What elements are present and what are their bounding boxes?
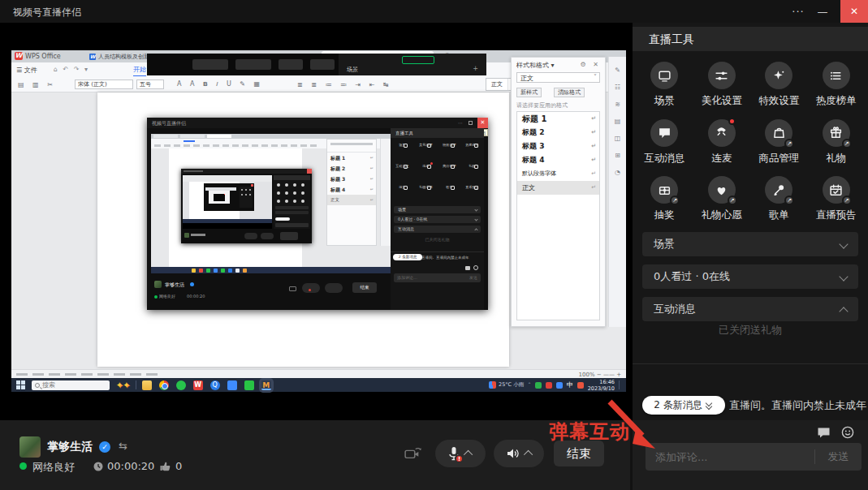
chevron-up-icon[interactable] xyxy=(523,450,532,459)
ime-indicator[interactable]: 中 xyxy=(567,380,573,389)
streamer-avatar[interactable] xyxy=(19,436,41,458)
widgets-icon[interactable]: ✦✦ xyxy=(116,380,130,389)
tray-icon-green[interactable] xyxy=(535,382,542,389)
lottery-icon: ↗ xyxy=(650,176,678,204)
m-app-icon[interactable]: M xyxy=(261,380,271,390)
tool-goods[interactable]: ↗商品管理 xyxy=(750,113,808,170)
comment-input[interactable] xyxy=(646,443,813,471)
zoom-controls[interactable]: 100% − —— + xyxy=(579,372,621,378)
external-link-icon: ↗ xyxy=(784,196,794,205)
section-viewers[interactable]: 0人看过 · 0在线 xyxy=(642,264,858,289)
styles-dropdown[interactable]: 正文 xyxy=(516,72,600,83)
nested-sidebar: 直播工具 场景美化设置特效设置热度榜单互动消息连麦商品管理礼物抽奖礼物心愿歌单直… xyxy=(391,128,484,310)
tool-phone[interactable]: 连麦 xyxy=(693,113,751,170)
tool-scene[interactable]: 场景 xyxy=(636,55,693,113)
chevron-up-icon[interactable] xyxy=(464,450,473,459)
taskbar-search[interactable]: 搜索 xyxy=(32,380,110,390)
folder-icon[interactable] xyxy=(142,380,152,390)
tray-icon-red2[interactable] xyxy=(577,382,584,389)
scene-panel-fragment: 场景 + xyxy=(339,54,486,75)
wps-font-controls[interactable]: 宋体 (正文) 五号 xyxy=(75,80,164,89)
gift-icon: ↗ xyxy=(823,119,850,147)
tool-wish[interactable]: ↗礼物心愿 xyxy=(693,170,751,227)
section-scene[interactable]: 场景 xyxy=(642,232,858,256)
tool-lottery[interactable]: ↗抽奖 xyxy=(636,170,693,227)
scene-row-label: 场景 xyxy=(347,66,358,74)
wps-menu-tab[interactable]: 开始 xyxy=(133,65,146,77)
weather-widget[interactable]: 25°C 小雨 xyxy=(489,381,524,389)
clear-format-button[interactable]: 清除格式 xyxy=(554,88,585,97)
tool-message[interactable]: 互动消息 xyxy=(636,113,693,170)
font-name-box[interactable]: 宋体 (正文) xyxy=(75,80,133,89)
chevron-down-icon xyxy=(839,272,848,281)
source-button[interactable] xyxy=(235,59,271,70)
send-button[interactable]: 发送 xyxy=(815,443,862,471)
wps-paste-tools[interactable]: ▤ ▥ ✂ xyxy=(18,80,56,89)
close-button[interactable]: ✕ xyxy=(840,0,868,23)
style-entry[interactable]: 正文↵ xyxy=(517,181,599,195)
tool-gift[interactable]: ↗礼物 xyxy=(808,113,866,170)
nested-app-window: 视频号直播伴侣 ··· ✕ 关闭 标题 1↵标题 2↵标题 3↵标题 4↵正文↵ xyxy=(147,118,488,310)
speaker-button[interactable] xyxy=(494,440,544,467)
source-button[interactable] xyxy=(192,59,228,70)
docs-icon[interactable] xyxy=(227,380,237,390)
qq-browser-icon[interactable]: Q xyxy=(210,380,220,390)
microphone-button[interactable]: ! xyxy=(435,440,486,467)
wps-file-menu[interactable]: ☰ 文件 xyxy=(16,66,37,75)
tray-chevron-icon[interactable]: ˄ xyxy=(528,382,531,389)
external-link-icon: ↗ xyxy=(842,139,852,148)
style-entry[interactable]: 标题 2↵ xyxy=(517,126,599,140)
ranking-icon xyxy=(823,62,850,89)
wps-format-icons[interactable]: A A 𝐁 𝐼 U ✎ ▦ xyxy=(177,80,263,89)
styles-panel-title: 样式和格式 ▾ xyxy=(516,61,555,70)
style-entry[interactable]: 标题 3↵ xyxy=(517,140,599,153)
chrome-icon[interactable] xyxy=(159,380,169,390)
switch-account-icon[interactable]: ⇆ xyxy=(119,440,127,452)
source-button[interactable] xyxy=(279,59,303,70)
tool-effects[interactable]: 特效设置 xyxy=(750,55,808,113)
tray-icon-blue[interactable] xyxy=(556,382,563,389)
window-menu-button[interactable]: ··· xyxy=(786,0,810,23)
wps-side-rail: ✎☷≋▤◫⊞◔ xyxy=(608,57,626,327)
section-interactive-messages[interactable]: 互动消息 xyxy=(642,297,858,321)
streamer-name: 掌够生活 xyxy=(47,440,93,454)
start-button[interactable] xyxy=(16,380,25,389)
wps-status-bar: 100% − —— + xyxy=(11,369,626,378)
source-buttons-strip xyxy=(147,54,339,75)
notification-corner[interactable] xyxy=(619,380,623,389)
wechat-icon[interactable] xyxy=(244,380,254,390)
add-scene-icon[interactable]: + xyxy=(473,65,478,72)
tool-ranking[interactable]: 热度榜单 xyxy=(808,55,866,113)
styles-panel-controls[interactable]: ⚙ ✕ xyxy=(581,61,601,68)
playlist-icon: ↗ xyxy=(765,176,792,204)
external-link-icon: ↗ xyxy=(784,139,794,148)
camera-toggle-icon[interactable] xyxy=(404,446,423,461)
emoji-icon[interactable] xyxy=(841,426,854,439)
chat-bubble-icon[interactable] xyxy=(817,427,831,439)
confirm-button-outline[interactable] xyxy=(402,56,434,64)
font-size-box[interactable]: 五号 xyxy=(136,80,164,89)
taskbar-clock[interactable]: 16:462023/9/10 xyxy=(588,379,615,392)
browser-green-icon[interactable] xyxy=(176,380,186,390)
wps-paragraph-icons[interactable]: ≣ ≣ ≔ ≕ ⇥ ⇤ ↹ xyxy=(297,80,392,89)
tool-beauty[interactable]: 美化设置 xyxy=(693,55,751,113)
tool-preview[interactable]: ↗直播预告 xyxy=(808,170,866,227)
wps-icon[interactable]: W xyxy=(193,380,203,390)
double-chevron-down-icon xyxy=(706,402,714,410)
comment-box: 发送 xyxy=(646,443,862,471)
source-button[interactable] xyxy=(310,59,335,70)
style-entry[interactable]: 标题 1↵ xyxy=(517,112,599,126)
nested-styles-panel: 标题 1↵标题 2↵标题 3↵标题 4↵正文↵ xyxy=(326,139,377,246)
nested-tools-grid: 场景美化设置特效设置热度榜单互动消息连麦商品管理礼物抽奖礼物心愿歌单直播预告 xyxy=(391,140,484,203)
status-text-blur xyxy=(16,373,162,376)
new-style-button[interactable]: 新样式 xyxy=(516,88,542,97)
preview-icon: ↗ xyxy=(823,176,850,204)
wps-quick-icons[interactable]: ⌂ ↶ ↷ ▾ xyxy=(54,66,89,73)
style-entry[interactable]: 标题 4↵ xyxy=(517,153,599,167)
style-entry[interactable]: 默认段落字体↵ xyxy=(517,167,599,181)
annotation-arrow xyxy=(597,393,666,458)
tray-icon-red[interactable] xyxy=(546,382,552,389)
tool-playlist[interactable]: ↗歌单 xyxy=(750,170,808,227)
message-icon xyxy=(650,119,678,147)
sidebar-header: 直播工具 xyxy=(633,27,868,51)
